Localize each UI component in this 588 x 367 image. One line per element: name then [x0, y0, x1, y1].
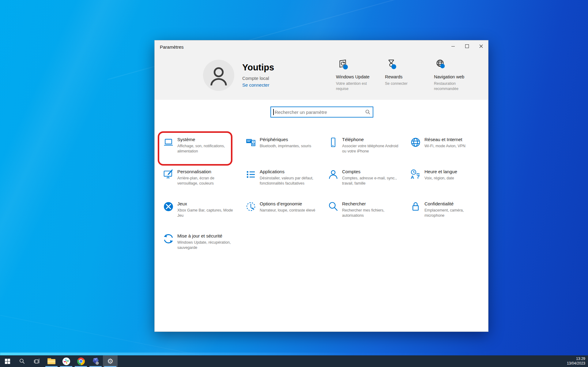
tile-subtitle: Arrière-plan, écran de verrouillage, cou…: [177, 176, 234, 186]
status-windows-update[interactable]: Windows Update Votre attention est requi…: [336, 58, 377, 92]
maximize-button[interactable]: [460, 40, 474, 52]
text-caret: [273, 109, 274, 115]
task-view-button[interactable]: [29, 355, 44, 367]
tile-heure-langue[interactable]: A Heure et langue Voix, région, date: [410, 169, 492, 201]
svg-text:A: A: [411, 174, 414, 180]
search-icon: [365, 109, 371, 115]
search-icon: [19, 358, 25, 364]
update-security-icon: [163, 233, 174, 245]
settings-category-grid: Système Affichage, son, notifications, a…: [163, 137, 492, 265]
tile-title: Comptes: [342, 169, 399, 175]
tile-title: Personnalisation: [177, 169, 234, 175]
tile-title: Confidentialité: [424, 201, 481, 207]
apps-list-icon: [245, 169, 257, 180]
status-web-browsing[interactable]: Navigation web Restauration recommandée: [434, 58, 475, 92]
taskbar-clock[interactable]: 13:29 13/04/2023: [567, 357, 588, 366]
slack-button[interactable]: [59, 355, 74, 367]
status-rewards[interactable]: Rewards Se connecter: [385, 58, 426, 86]
status-label: Windows Update: [336, 74, 377, 79]
window-title: Paramètres: [160, 44, 184, 50]
tile-applications[interactable]: Applications Désinstaller, valeurs par d…: [245, 169, 327, 201]
tile-subtitle: Comptes, adresse e-mail, sync., travail,…: [342, 176, 399, 186]
crystal-app-icon: [92, 357, 100, 365]
chrome-button[interactable]: [74, 355, 88, 367]
status-sublabel: Restauration recommandée: [434, 81, 467, 92]
window-header: Paramètres Youtips Compte lo: [155, 40, 488, 100]
gear-icon: ⚙: [107, 358, 114, 365]
file-explorer-button[interactable]: [44, 355, 59, 367]
tile-subtitle: Windows Update, récupération, sauvegarde: [177, 240, 234, 250]
caption-buttons: [446, 40, 488, 52]
tile-title: Mise à jour et sécurité: [177, 233, 234, 239]
slack-icon: [62, 358, 70, 365]
settings-taskbar-button[interactable]: ⚙: [103, 355, 118, 367]
minimize-icon: [451, 46, 455, 47]
globe-icon: [434, 58, 447, 71]
personalization-icon: [163, 169, 174, 180]
status-sublabel: Votre attention est requise: [336, 81, 369, 92]
settings-search-input[interactable]: [270, 107, 373, 118]
tile-subtitle: Bluetooth, imprimantes, souris: [260, 144, 311, 149]
tile-title: Heure et langue: [424, 169, 457, 175]
xbox-icon: [163, 201, 174, 212]
system-icon: [163, 137, 174, 148]
search-box: [270, 107, 373, 118]
close-button[interactable]: [474, 40, 488, 52]
clock-time: 13:29: [567, 357, 585, 361]
settings-window: Paramètres Youtips Compte lo: [154, 40, 488, 332]
tile-subtitle: Désinstaller, valeurs par défaut, foncti…: [260, 176, 316, 186]
account-type-label: Compte local: [242, 76, 269, 81]
tile-subtitle: Narrateur, loupe, contraste élevé: [260, 208, 315, 213]
tile-title: Périphériques: [260, 137, 311, 143]
windows-logo-icon: [5, 359, 10, 364]
tile-subtitle: Associer votre téléphone Android ou votr…: [342, 144, 399, 154]
devices-icon: [245, 137, 257, 148]
tile-peripheriques[interactable]: Périphériques Bluetooth, imprimantes, so…: [245, 137, 327, 169]
tile-reseau-internet[interactable]: Réseau et Internet Wi-Fi, mode Avion, VP…: [410, 137, 492, 169]
tile-personnalisation[interactable]: Personnalisation Arrière-plan, écran de …: [163, 169, 245, 201]
tile-title: Réseau et Internet: [424, 137, 466, 143]
tile-systeme[interactable]: Système Affichage, son, notifications, a…: [163, 137, 245, 169]
time-language-icon: A: [410, 169, 421, 180]
user-name: Youtips: [242, 62, 274, 72]
tile-jeux[interactable]: Jeux Xbox Game Bar, captures, Mode Jeu: [163, 201, 245, 233]
task-view-icon: [34, 359, 40, 364]
close-icon: [479, 44, 483, 48]
taskbar-search-button[interactable]: [15, 355, 29, 367]
tile-mise-a-jour[interactable]: Mise à jour et sécurité Windows Update, …: [163, 233, 245, 265]
start-button[interactable]: [0, 355, 15, 367]
folder-icon: [47, 358, 55, 364]
windows-update-icon: [336, 58, 349, 71]
crystal-app-button[interactable]: [88, 355, 103, 367]
sign-in-link[interactable]: Se connecter: [242, 82, 269, 88]
tile-rechercher[interactable]: Rechercher Rechercher mes fichiers, auto…: [327, 201, 410, 233]
tile-subtitle: Wi-Fi, mode Avion, VPN: [424, 144, 466, 149]
privacy-lock-icon: [410, 201, 421, 212]
avatar: [203, 60, 234, 91]
minimize-button[interactable]: [446, 40, 460, 52]
tile-title: Options d’ergonomie: [260, 201, 315, 207]
desktop: Paramètres Youtips Compte lo: [0, 0, 588, 367]
tile-comptes[interactable]: Comptes Comptes, adresse e-mail, sync., …: [327, 169, 410, 201]
tile-ergonomie[interactable]: Options d’ergonomie Narrateur, loupe, co…: [245, 201, 327, 233]
taskbar: ⚙ 13:29 13/04/2023: [0, 355, 588, 367]
accounts-person-icon: [327, 169, 339, 180]
status-label: Rewards: [385, 74, 426, 79]
tile-title: Jeux: [177, 201, 234, 207]
tile-telephone[interactable]: Téléphone Associer votre téléphone Andro…: [327, 137, 410, 169]
chrome-icon: [77, 358, 85, 365]
rewards-icon: [385, 58, 398, 71]
tile-title: Applications: [260, 169, 316, 175]
tile-title: Rechercher: [342, 201, 399, 207]
network-globe-icon: [410, 137, 421, 148]
status-label: Navigation web: [434, 74, 475, 79]
wallpaper-horizon-glow: [0, 353, 588, 355]
maximize-icon: [465, 44, 469, 48]
clock-date: 13/04/2023: [567, 361, 585, 366]
tile-subtitle: Xbox Game Bar, captures, Mode Jeu: [177, 208, 234, 218]
tile-subtitle: Affichage, son, notifications, alimentat…: [177, 144, 234, 154]
tile-confidentialite[interactable]: Confidentialité Emplacement, caméra, mic…: [410, 201, 492, 233]
status-sublabel: Se connecter: [385, 81, 418, 86]
ease-of-access-icon: [245, 201, 257, 212]
tile-title: Téléphone: [342, 137, 399, 143]
